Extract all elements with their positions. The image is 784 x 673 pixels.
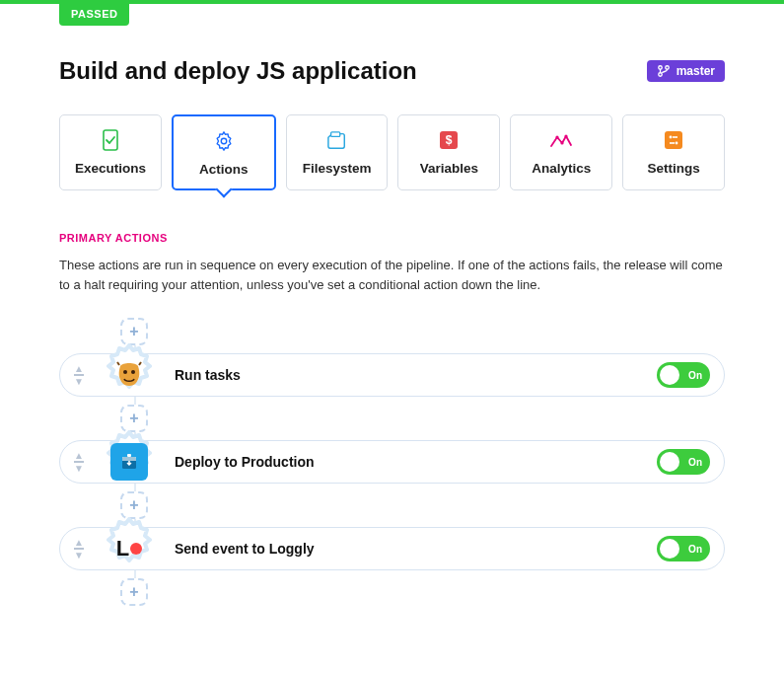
- variables-icon: $: [439, 129, 459, 151]
- action-icon-bubble: L: [98, 517, 161, 580]
- svg-point-16: [123, 370, 127, 374]
- toggle-knob: [660, 452, 679, 472]
- action-row: ▲▼ L Send event to Loggly On: [59, 527, 725, 570]
- branch-badge[interactable]: master: [647, 60, 725, 82]
- filesystem-icon: [326, 129, 348, 151]
- svg-point-12: [670, 136, 673, 139]
- add-action-button[interactable]: +: [120, 318, 148, 345]
- svg-point-0: [658, 66, 662, 70]
- action-label[interactable]: Deploy to Production: [175, 454, 657, 470]
- svg-point-4: [221, 138, 227, 144]
- svg-rect-13: [673, 136, 677, 138]
- svg-rect-11: [665, 131, 682, 149]
- svg-rect-20: [127, 454, 131, 457]
- tab-bar: Executions Actions Filesystem: [59, 114, 725, 190]
- svg-point-9: [561, 141, 564, 144]
- page-title: Build and deploy JS application: [59, 57, 417, 85]
- page-header: Build and deploy JS application master: [59, 57, 725, 85]
- svg-rect-15: [670, 142, 675, 144]
- settings-icon: [664, 129, 683, 151]
- action-icon-bubble: [98, 430, 161, 493]
- svg-point-8: [556, 135, 559, 138]
- tab-label: Analytics: [532, 161, 591, 176]
- tab-label: Filesystem: [303, 161, 372, 176]
- actions-icon: [213, 130, 235, 152]
- tab-settings[interactable]: Settings: [622, 114, 725, 190]
- svg-rect-19: [122, 457, 136, 461]
- branch-icon: [657, 64, 671, 78]
- svg-point-2: [665, 66, 669, 70]
- tab-filesystem[interactable]: Filesystem: [286, 114, 389, 190]
- svg-point-1: [658, 73, 662, 77]
- tab-label: Executions: [75, 161, 146, 176]
- svg-text:$: $: [446, 133, 453, 147]
- add-action-button[interactable]: +: [120, 405, 148, 432]
- analytics-icon: [549, 129, 573, 151]
- action-label[interactable]: Run tasks: [175, 367, 657, 383]
- toggle-state: On: [688, 370, 702, 381]
- section-heading: PRIMARY ACTIONS: [59, 232, 725, 244]
- tab-label: Settings: [647, 161, 699, 176]
- toggle-state: On: [688, 457, 702, 468]
- branch-label: master: [677, 64, 715, 78]
- server-icon: [110, 443, 148, 481]
- action-row: ▲▼ Deploy to Production On: [59, 440, 725, 484]
- tab-analytics[interactable]: Analytics: [510, 114, 612, 190]
- actions-list: + ▲▼ Run tasks: [59, 318, 725, 606]
- svg-point-10: [565, 134, 568, 137]
- add-action-button[interactable]: +: [120, 491, 148, 519]
- svg-point-17: [131, 370, 135, 374]
- svg-rect-3: [104, 130, 117, 150]
- action-row: ▲▼ Run tasks On: [59, 353, 725, 397]
- svg-rect-5: [330, 132, 339, 137]
- action-toggle[interactable]: On: [657, 449, 710, 475]
- toggle-knob: [660, 539, 679, 559]
- svg-point-14: [676, 142, 678, 145]
- action-icon-bubble: [98, 343, 161, 407]
- drag-handle-icon[interactable]: ▲▼: [66, 452, 92, 472]
- tab-label: Variables: [420, 161, 478, 176]
- toggle-knob: [660, 365, 679, 385]
- tab-executions[interactable]: Executions: [59, 114, 162, 190]
- action-toggle[interactable]: On: [657, 362, 710, 388]
- tab-label: Actions: [199, 162, 249, 177]
- drag-handle-icon[interactable]: ▲▼: [66, 539, 92, 559]
- loggly-icon: L: [110, 530, 148, 567]
- section-description: These actions are run in sequence on eve…: [59, 256, 725, 294]
- grunt-icon: [110, 356, 148, 394]
- executions-icon: [101, 129, 120, 151]
- status-badge: PASSED: [59, 4, 129, 26]
- tab-actions[interactable]: Actions: [172, 114, 276, 190]
- action-toggle[interactable]: On: [657, 536, 710, 561]
- drag-handle-icon[interactable]: ▲▼: [66, 365, 92, 385]
- add-action-button[interactable]: +: [120, 578, 148, 606]
- action-label[interactable]: Send event to Loggly: [175, 541, 657, 557]
- toggle-state: On: [688, 544, 702, 555]
- tab-variables[interactable]: $ Variables: [397, 114, 500, 190]
